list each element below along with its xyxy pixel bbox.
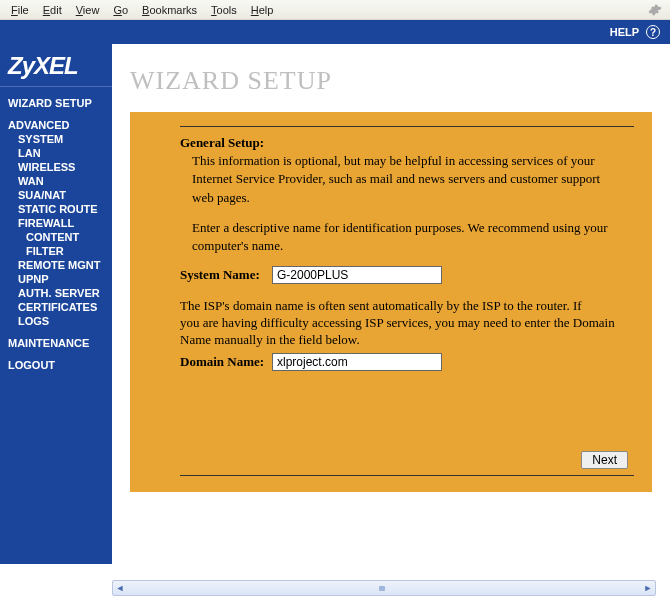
menu-bar: File Edit View Go Bookmarks Tools Help xyxy=(0,0,670,20)
menu-edit[interactable]: Edit xyxy=(36,2,69,18)
sidebar: ZyXEL WIZARD SETUP ADVANCED SYSTEM LAN W… xyxy=(0,44,112,564)
content-area: WIZARD SETUP General Setup: This informa… xyxy=(112,44,670,564)
isp-note-1: The ISP's domain name is often sent auto… xyxy=(180,298,634,315)
help-label: HELP xyxy=(610,26,639,38)
menu-bookmarks[interactable]: Bookmarks xyxy=(135,2,204,18)
nav-remote-mgnt[interactable]: REMOTE MGNT xyxy=(8,259,112,271)
domain-name-label: Domain Name: xyxy=(180,354,272,370)
page-title: WIZARD SETUP xyxy=(130,66,652,96)
nav-firewall[interactable]: FIREWALL xyxy=(8,217,112,229)
nav-lan[interactable]: LAN xyxy=(8,147,112,159)
nav-sua-nat[interactable]: SUA/NAT xyxy=(8,189,112,201)
nav-firewall-filter[interactable]: FILTER xyxy=(8,245,112,257)
header-band: HELP ? xyxy=(0,20,670,44)
nav-wizard-setup[interactable]: WIZARD SETUP xyxy=(8,97,112,109)
info-text-2: Internet Service Provider, such as mail … xyxy=(192,171,634,187)
general-setup-label: General Setup: xyxy=(180,135,634,151)
help-icon: ? xyxy=(646,25,660,39)
isp-note-2: you are having difficulty accessing ISP … xyxy=(180,315,634,349)
info-text-3: web pages. xyxy=(192,190,634,206)
nav-firewall-content[interactable]: CONTENT xyxy=(8,231,112,243)
nav-advanced[interactable]: ADVANCED xyxy=(8,119,112,131)
scroll-left-icon[interactable]: ◄ xyxy=(113,583,127,593)
system-name-label: System Name: xyxy=(180,267,272,283)
horizontal-scrollbar[interactable]: ◄ ► xyxy=(112,580,656,596)
nav-system[interactable]: SYSTEM xyxy=(8,133,112,145)
logo: ZyXEL xyxy=(0,52,112,87)
nav-wireless[interactable]: WIRELESS xyxy=(8,161,112,173)
nav-static-route[interactable]: STATIC ROUTE xyxy=(8,203,112,215)
scroll-thumb[interactable] xyxy=(379,586,385,591)
system-name-input[interactable] xyxy=(272,266,442,284)
nav-logout[interactable]: LOGOUT xyxy=(8,359,112,371)
scroll-right-icon[interactable]: ► xyxy=(641,583,655,593)
nav-upnp[interactable]: UPNP xyxy=(8,273,112,285)
info-text-1: This information is optional, but may be… xyxy=(192,153,634,169)
menu-tools[interactable]: Tools xyxy=(204,2,244,18)
nav-wan[interactable]: WAN xyxy=(8,175,112,187)
nav-certificates[interactable]: CERTIFICATES xyxy=(8,301,112,313)
nav-maintenance[interactable]: MAINTENANCE xyxy=(8,337,112,349)
info-text-5: computer's name. xyxy=(192,238,634,254)
info-text-4: Enter a descriptive name for identificat… xyxy=(192,220,634,236)
nav-auth-server[interactable]: AUTH. SERVER xyxy=(8,287,112,299)
gear-icon[interactable] xyxy=(648,3,662,17)
nav-logs[interactable]: LOGS xyxy=(8,315,112,327)
menu-help[interactable]: Help xyxy=(244,2,281,18)
menu-go[interactable]: Go xyxy=(106,2,135,18)
wizard-panel: General Setup: This information is optio… xyxy=(130,112,652,492)
scroll-track[interactable] xyxy=(127,581,641,595)
menu-file[interactable]: File xyxy=(4,2,36,18)
next-button[interactable]: Next xyxy=(581,451,628,469)
menu-view[interactable]: View xyxy=(69,2,107,18)
domain-name-input[interactable] xyxy=(272,353,442,371)
help-link[interactable]: HELP ? xyxy=(610,25,660,39)
